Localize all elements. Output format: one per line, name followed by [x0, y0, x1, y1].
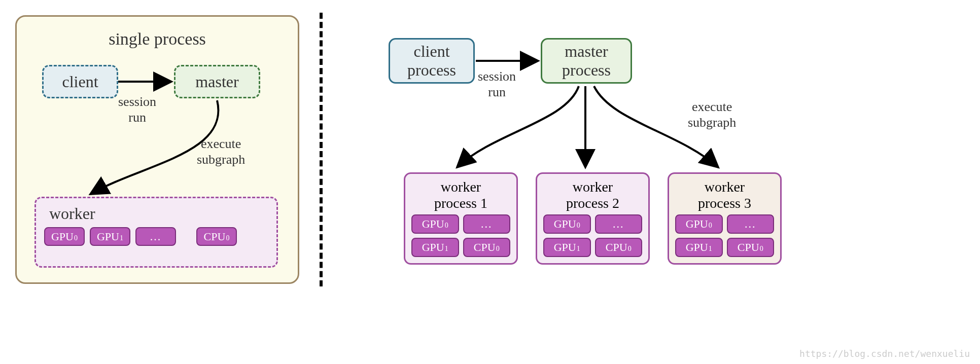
- client-node: client: [42, 65, 118, 98]
- master-process-node: master process: [541, 38, 632, 84]
- worker1-title: worker process 1: [411, 179, 510, 211]
- cpu0-chip: CPU0: [463, 238, 511, 257]
- gpu1-chip: GPU1: [411, 238, 459, 257]
- worker2-title: worker process 2: [543, 179, 642, 211]
- gpu0-chip: GPU0: [411, 214, 459, 234]
- gpu0-chip: GPU0: [675, 214, 723, 234]
- chip-grid: GPU0 ... GPU1 CPU0: [543, 214, 642, 257]
- worker-process-3: worker process 3 GPU0 ... GPU1 CPU0: [668, 172, 782, 265]
- master-node: master: [174, 65, 260, 98]
- dots-chip: ...: [595, 214, 643, 234]
- diagram-root: single process client master session run…: [15, 15, 965, 286]
- worker-label: worker: [49, 204, 95, 223]
- client-label: client: [62, 72, 98, 91]
- gpu0-chip: GPU0: [44, 227, 85, 246]
- gpu1-chip: GPU1: [675, 238, 723, 257]
- panel-title: single process: [27, 29, 288, 49]
- worker3-title: worker process 3: [675, 179, 774, 211]
- cpu0-chip: CPU0: [196, 227, 237, 246]
- dots-chip: ...: [135, 227, 176, 246]
- session-run-label: session run: [118, 94, 156, 125]
- gpu0-chip: GPU0: [543, 214, 591, 234]
- gpu1-chip: GPU1: [543, 238, 591, 257]
- cpu0-chip: CPU0: [595, 238, 643, 257]
- chip-grid: GPU0 ... GPU1 CPU0: [675, 214, 774, 257]
- divider: [320, 13, 323, 286]
- distributed-panel: client process master process session ru…: [343, 15, 941, 284]
- chip-grid: GPU0 ... GPU1 CPU0: [411, 214, 510, 257]
- single-process-panel: single process client master session run…: [15, 15, 299, 284]
- cpu0-chip: CPU0: [727, 238, 775, 257]
- session-run-label-right: session run: [478, 68, 516, 100]
- dots-chip: ...: [463, 214, 511, 234]
- execute-subgraph-label-right: execute subgraph: [688, 99, 736, 130]
- master-label: master: [195, 72, 238, 91]
- chip-row: GPU0 GPU1 ... CPU0: [44, 227, 237, 246]
- client-process-node: client process: [389, 38, 475, 84]
- worker-process-2: worker process 2 GPU0 ... GPU1 CPU0: [536, 172, 650, 265]
- worker-node: worker GPU0 GPU1 ... CPU0: [34, 197, 278, 268]
- watermark: https://blog.csdn.net/wenxueliu: [799, 348, 970, 359]
- worker-process-1: worker process 1 GPU0 ... GPU1 CPU0: [404, 172, 518, 265]
- gpu1-chip: GPU1: [90, 227, 130, 246]
- execute-subgraph-label: execute subgraph: [197, 136, 245, 167]
- dots-chip: ...: [727, 214, 775, 234]
